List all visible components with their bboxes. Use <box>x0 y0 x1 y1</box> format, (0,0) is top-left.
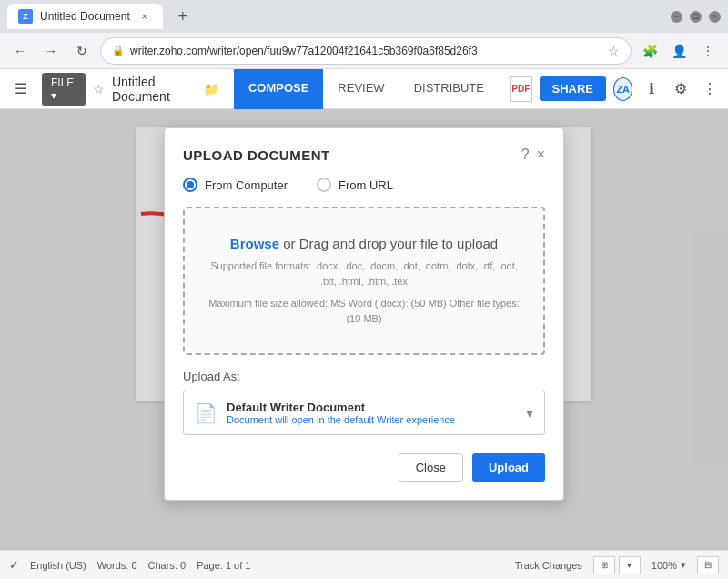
upload-as-dropdown[interactable]: 📄 Default Writer Document Document will … <box>183 391 545 435</box>
drop-zone-instruction: or Drag and drop your file to upload <box>279 236 498 251</box>
from-url-radio[interactable] <box>317 178 331 192</box>
word-count: Words: 0 <box>97 560 137 571</box>
minimize-button[interactable]: – <box>671 11 682 23</box>
lock-icon: 🔒 <box>112 45 125 56</box>
modal-help-icon[interactable]: ? <box>521 147 530 163</box>
spell-check-icon[interactable]: ✓ <box>9 558 19 572</box>
char-count: Chars: 0 <box>148 560 187 571</box>
share-button[interactable]: SHARE <box>540 76 607 101</box>
upload-document-modal: UPLOAD DOCUMENT ? × From Computer From U… <box>164 127 564 501</box>
tab-title: Untitled Document <box>40 10 130 23</box>
modal-header-icons: ? × <box>521 147 545 163</box>
pdf-icon[interactable]: PDF <box>510 76 532 102</box>
document-title: Untitled Document <box>112 75 197 104</box>
back-button[interactable]: ← <box>7 38 33 64</box>
browser-tab[interactable]: Z Untitled Document × <box>7 4 163 29</box>
modal-title: UPLOAD DOCUMENT <box>183 147 330 163</box>
address-text: writer.zoho.com/writer/open/fuu9w77a1200… <box>130 45 602 57</box>
tab-distribute[interactable]: DISTRIBUTE <box>399 69 499 109</box>
zoho-account-badge[interactable]: ZA <box>613 77 632 101</box>
page-count: Page: 1 of 1 <box>197 560 250 571</box>
close-window-button[interactable]: × <box>709 11 721 23</box>
view-toggle-button[interactable]: ▾ <box>619 556 641 574</box>
layout-controls: ⊞ ▾ <box>593 556 641 574</box>
more-options-icon[interactable]: ⋮ <box>699 76 721 103</box>
browser-action-buttons: 🧩 👤 ⋮ <box>637 38 721 64</box>
document-folder-icon[interactable]: 📁 <box>204 82 219 96</box>
profile-icon[interactable]: 👤 <box>666 38 692 64</box>
browser-titlebar: Z Untitled Document × + – □ × <box>0 0 728 33</box>
from-computer-radio[interactable] <box>183 178 197 192</box>
upload-as-doc-icon: 📄 <box>195 402 217 424</box>
file-drop-zone[interactable]: Browse or Drag and drop your file to upl… <box>183 207 545 355</box>
browser-controls: ← → ↻ 🔒 writer.zoho.com/writer/open/fuu9… <box>0 33 728 69</box>
favorite-icon[interactable]: ☆ <box>93 82 105 96</box>
modal-close-icon[interactable]: × <box>537 147 545 163</box>
tab-compose[interactable]: COMPOSE <box>234 69 323 109</box>
upload-as-chevron-icon: ▾ <box>526 404 533 422</box>
language-status: English (US) <box>30 560 86 571</box>
forward-button[interactable]: → <box>38 38 64 64</box>
browse-link[interactable]: Browse <box>230 236 279 251</box>
from-computer-option[interactable]: From Computer <box>183 178 288 192</box>
tab-close-button[interactable]: × <box>137 9 152 24</box>
drop-zone-hint-line2: Maximum file size allowed: MS Word (.doc… <box>203 296 525 326</box>
modal-header: UPLOAD DOCUMENT ? × <box>183 147 545 163</box>
new-tab-button[interactable]: + <box>170 4 196 29</box>
upload-as-option-desc: Document will open in the default Writer… <box>227 414 517 425</box>
drop-zone-hint-line1: Supported file formats: .docx, .doc, .do… <box>203 259 525 289</box>
info-icon[interactable]: ℹ <box>640 76 662 103</box>
main-content-area: + ⊞ UPLOAD DOCUMENT ? × <box>0 109 728 550</box>
menu-icon[interactable]: ⋮ <box>695 38 721 64</box>
upload-as-option-name: Default Writer Document <box>227 401 517 414</box>
status-bar: ✓ English (US) Words: 0 Chars: 0 Page: 1… <box>0 550 728 579</box>
settings-icon[interactable]: ⚙ <box>670 76 692 103</box>
star-icon[interactable]: ☆ <box>608 44 620 58</box>
tab-review[interactable]: REVIEW <box>323 69 399 109</box>
from-url-label: From URL <box>339 178 393 192</box>
upload-as-label: Upload As: <box>183 370 545 383</box>
close-modal-button[interactable]: Close <box>399 453 463 482</box>
modal-footer: Close Upload <box>183 453 545 482</box>
file-menu-button[interactable]: FILE ▾ <box>42 73 86 106</box>
modal-overlay: UPLOAD DOCUMENT ? × From Computer From U… <box>0 109 728 550</box>
zoom-control[interactable]: 100% ▾ <box>652 559 686 571</box>
zoom-level: 100% <box>652 560 677 571</box>
hamburger-menu[interactable]: ☰ <box>7 76 35 101</box>
maximize-button[interactable]: □ <box>690 11 702 23</box>
address-bar[interactable]: 🔒 writer.zoho.com/writer/open/fuu9w77a12… <box>100 37 632 65</box>
page-view-button[interactable]: ⊟ <box>697 556 719 574</box>
reload-button[interactable]: ↻ <box>69 38 95 64</box>
tab-favicon: Z <box>18 9 33 24</box>
upload-as-info: Default Writer Document Document will op… <box>227 401 517 425</box>
app-toolbar: ☰ FILE ▾ ☆ Untitled Document 📁 COMPOSE R… <box>0 69 728 109</box>
extensions-icon[interactable]: 🧩 <box>637 38 662 64</box>
drop-zone-text: Browse or Drag and drop your file to upl… <box>203 236 525 251</box>
upload-source-radio-group: From Computer From URL <box>183 178 545 192</box>
from-url-option[interactable]: From URL <box>317 178 393 192</box>
zoom-chevron: ▾ <box>681 559 686 571</box>
from-computer-label: From Computer <box>205 178 288 192</box>
upload-button[interactable]: Upload <box>472 453 545 482</box>
tab-navigation: COMPOSE REVIEW DISTRIBUTE <box>234 69 499 108</box>
view-layout-button[interactable]: ⊞ <box>593 556 615 574</box>
track-changes-label[interactable]: Track Changes <box>515 560 582 571</box>
